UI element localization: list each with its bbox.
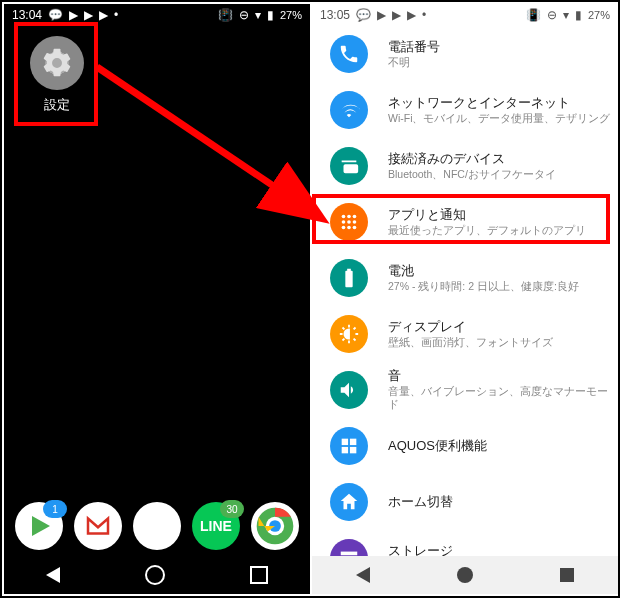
row-title: AQUOS便利機能 — [388, 438, 487, 455]
svg-point-11 — [347, 226, 351, 230]
battery-icon — [330, 259, 368, 297]
settings-row-devices[interactable]: 接続済みのデバイスBluetooth、NFC/おサイフケータイ — [330, 138, 618, 194]
battery-icon: ▮ — [575, 8, 582, 22]
youtube-icon: ▶ — [407, 8, 416, 22]
status-right-icons: 📳 ⊖ ▾ ▮ 27% — [526, 8, 610, 22]
battery-icon: ▮ — [267, 8, 274, 22]
row-subtitle: 不明 — [388, 56, 440, 70]
overview-button[interactable] — [560, 568, 574, 582]
phone-icon — [330, 35, 368, 73]
vibrate-icon: 📳 — [526, 8, 541, 22]
home-button[interactable] — [457, 567, 473, 583]
svg-point-8 — [347, 220, 351, 224]
row-title: ネットワークとインターネット — [388, 95, 611, 112]
svg-rect-15 — [342, 447, 348, 453]
settings-row-aquos[interactable]: AQUOS便利機能 — [330, 418, 618, 474]
status-right-icons: 📳 ⊖ ▾ ▮ 27% — [218, 8, 302, 22]
chat-icon: 💬 — [48, 8, 63, 22]
row-subtitle: 音量、バイブレーション、高度なマナーモード — [388, 385, 618, 412]
svg-point-7 — [342, 220, 346, 224]
settings-row-home[interactable]: ホーム切替 — [330, 474, 618, 530]
phone-settings-screen: 13:05 💬 ▶ ▶ ▶ • 📳 ⊖ ▾ ▮ 27% 電話番号不明ネットワーク… — [312, 4, 618, 594]
row-title: アプリと通知 — [388, 207, 586, 224]
gear-icon — [30, 36, 84, 90]
phone-home-screen: 13:04 💬 ▶ ▶ ▶ • 📳 ⊖ ▾ ▮ 27% 設定 1LINE30 — [4, 4, 310, 594]
aquos-icon — [330, 427, 368, 465]
settings-row-display[interactable]: ディスプレイ壁紙、画面消灯、フォントサイズ — [330, 306, 618, 362]
svg-point-5 — [347, 215, 351, 219]
svg-point-4 — [342, 215, 346, 219]
status-bar: 13:04 💬 ▶ ▶ ▶ • 📳 ⊖ ▾ ▮ 27% — [4, 4, 310, 26]
row-title: 電池 — [388, 263, 579, 280]
dnd-icon: ⊖ — [239, 8, 249, 22]
settings-row-phone[interactable]: 電話番号不明 — [330, 26, 618, 82]
row-subtitle: 27% - 残り時間: 2 日以上、健康度:良好 — [388, 280, 579, 294]
settings-row-battery[interactable]: 電池27% - 残り時間: 2 日以上、健康度:良好 — [330, 250, 618, 306]
stage: 13:04 💬 ▶ ▶ ▶ • 📳 ⊖ ▾ ▮ 27% 設定 1LINE30 — [0, 0, 620, 598]
row-title: ディスプレイ — [388, 319, 553, 336]
nav-bar — [4, 556, 310, 594]
dock-gmail-icon[interactable] — [74, 502, 122, 550]
back-button[interactable] — [46, 567, 60, 583]
dnd-icon: ⊖ — [547, 8, 557, 22]
sound-icon — [330, 371, 368, 409]
dock: 1LINE30 — [4, 502, 310, 550]
row-title: 音 — [388, 368, 618, 385]
battery-text: 27% — [280, 9, 302, 21]
status-left-icons: 13:04 💬 ▶ ▶ ▶ • — [12, 8, 118, 22]
row-subtitle: Wi-Fi、モバイル、データ使用量、テザリング — [388, 112, 611, 126]
youtube-icon: ▶ — [99, 8, 108, 22]
svg-rect-17 — [341, 552, 358, 556]
clock-text: 13:04 — [12, 8, 42, 22]
badge: 30 — [220, 500, 244, 518]
svg-point-9 — [353, 220, 357, 224]
settings-row-apps[interactable]: アプリと通知最近使ったアプリ、デフォルトのアプリ — [330, 194, 618, 250]
back-button[interactable] — [356, 567, 370, 583]
settings-app-label: 設定 — [24, 96, 90, 114]
wifi-icon: ▾ — [563, 8, 569, 22]
svg-point-12 — [353, 226, 357, 230]
row-subtitle: Bluetooth、NFC/おサイフケータイ — [388, 168, 556, 182]
dot-icon: • — [114, 8, 118, 22]
display-icon — [330, 315, 368, 353]
home-icon — [330, 483, 368, 521]
settings-app-launcher[interactable]: 設定 — [24, 36, 90, 114]
settings-row-wifi[interactable]: ネットワークとインターネットWi-Fi、モバイル、データ使用量、テザリング — [330, 82, 618, 138]
wifi-icon — [330, 91, 368, 129]
settings-list[interactable]: 電話番号不明ネットワークとインターネットWi-Fi、モバイル、データ使用量、テザ… — [312, 26, 618, 556]
home-button[interactable] — [145, 565, 165, 585]
dock-chrome-icon[interactable] — [251, 502, 299, 550]
dot-icon: • — [422, 8, 426, 22]
row-title: 電話番号 — [388, 39, 440, 56]
svg-point-6 — [353, 215, 357, 219]
wifi-icon: ▾ — [255, 8, 261, 22]
row-title: ホーム切替 — [388, 494, 453, 511]
youtube-icon: ▶ — [84, 8, 93, 22]
status-bar: 13:05 💬 ▶ ▶ ▶ • 📳 ⊖ ▾ ▮ 27% — [312, 4, 618, 26]
clock-text: 13:05 — [320, 8, 350, 22]
battery-text: 27% — [588, 9, 610, 21]
row-title: ストレージ — [388, 543, 557, 556]
row-subtitle: 壁紙、画面消灯、フォントサイズ — [388, 336, 553, 350]
badge: 1 — [43, 500, 67, 518]
storage-icon — [330, 539, 368, 556]
devices-icon — [330, 147, 368, 185]
row-title: 接続済みのデバイス — [388, 151, 556, 168]
youtube-icon: ▶ — [377, 8, 386, 22]
svg-rect-14 — [350, 439, 356, 445]
youtube-icon: ▶ — [392, 8, 401, 22]
nav-bar — [312, 556, 618, 594]
apps-icon — [330, 203, 368, 241]
overview-button[interactable] — [250, 566, 268, 584]
dock-line-icon[interactable]: LINE30 — [192, 502, 240, 550]
svg-rect-13 — [342, 439, 348, 445]
dock-blank-icon[interactable] — [133, 502, 181, 550]
settings-row-storage[interactable]: ストレージ使用済み 67% - 空き容量 21.01 GB — [330, 530, 618, 556]
svg-marker-0 — [88, 519, 108, 534]
dock-play-icon[interactable]: 1 — [15, 502, 63, 550]
settings-row-sound[interactable]: 音音量、バイブレーション、高度なマナーモード — [330, 362, 618, 418]
row-subtitle: 最近使ったアプリ、デフォルトのアプリ — [388, 224, 586, 238]
vibrate-icon: 📳 — [218, 8, 233, 22]
svg-point-10 — [342, 226, 346, 230]
svg-rect-16 — [350, 447, 356, 453]
